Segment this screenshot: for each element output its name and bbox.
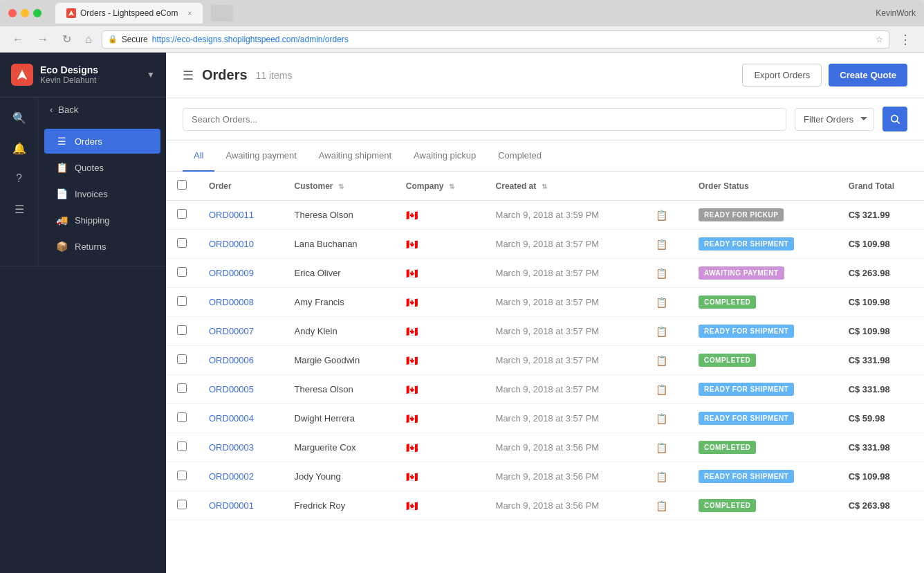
- status-badge: COMPLETED: [699, 295, 756, 309]
- search-input[interactable]: [183, 108, 786, 131]
- th-created-at[interactable]: Created at ⇅: [485, 172, 645, 201]
- tab-awaiting-pickup[interactable]: Awaiting pickup: [403, 140, 487, 172]
- tab-awaiting-payment[interactable]: Awaiting payment: [214, 140, 307, 172]
- tab-all[interactable]: All: [183, 140, 214, 172]
- tab-awaiting-shipment[interactable]: Awaiting shipment: [308, 140, 403, 172]
- order-link[interactable]: ORD00009: [209, 268, 254, 278]
- document-icon[interactable]: 📋: [656, 413, 667, 424]
- row-checkbox[interactable]: [177, 354, 187, 364]
- row-checkbox[interactable]: [177, 383, 187, 393]
- order-link[interactable]: ORD00004: [209, 413, 254, 424]
- create-quote-button[interactable]: Create Quote: [829, 64, 907, 87]
- minimize-button[interactable]: [21, 9, 29, 17]
- customer-cell: Fredrick Roy: [284, 491, 395, 520]
- order-link[interactable]: ORD00006: [209, 355, 254, 365]
- customer-cell: Lana Buchanan: [284, 230, 395, 259]
- row-checkbox[interactable]: [177, 325, 187, 335]
- maximize-button[interactable]: [33, 9, 41, 17]
- order-link[interactable]: ORD00001: [209, 500, 254, 511]
- back-button[interactable]: ←: [8, 32, 28, 47]
- brand-logo-icon: [11, 64, 33, 86]
- returns-icon: 📦: [55, 241, 68, 252]
- row-checkbox[interactable]: [177, 238, 187, 248]
- company-cell: 🇨🇦: [395, 404, 485, 433]
- status-cell: READY FOR SHIPMENT: [687, 317, 838, 346]
- browser-titlebar: Orders - Lightspeed eCom × KevinWork: [0, 0, 924, 26]
- row-checkbox[interactable]: [177, 209, 187, 219]
- bell-icon-button[interactable]: 🔔: [0, 134, 38, 163]
- doc-cell: 📋: [645, 404, 687, 433]
- table-row: ORD00007 Andy Klein 🇨🇦 March 9, 2018 at …: [166, 317, 924, 346]
- row-checkbox[interactable]: [177, 412, 187, 422]
- document-icon[interactable]: 📋: [656, 210, 667, 221]
- status-badge: READY FOR SHIPMENT: [699, 412, 794, 425]
- order-link[interactable]: ORD00011: [209, 210, 254, 220]
- browser-tab[interactable]: Orders - Lightspeed eCom ×: [55, 3, 203, 24]
- search-button[interactable]: [883, 107, 907, 131]
- document-icon[interactable]: 📋: [656, 384, 667, 395]
- company-cell: 🇨🇦: [395, 433, 485, 462]
- row-checkbox[interactable]: [177, 296, 187, 306]
- home-button[interactable]: ⌂: [81, 32, 96, 47]
- sidebar-item-invoices[interactable]: 📄 Invoices: [44, 181, 160, 206]
- select-all-checkbox[interactable]: [177, 180, 187, 190]
- grand-total-cell: C$ 59.98: [838, 404, 924, 433]
- row-checkbox[interactable]: [177, 471, 187, 480]
- document-icon[interactable]: 📋: [656, 471, 667, 482]
- sidebar: Eco Designs Kevin Delahunt ▼ 🔍 🔔 ? ☰ ‹: [0, 53, 166, 573]
- grand-total-cell: C$ 331.98: [838, 346, 924, 375]
- filter-orders-select[interactable]: Filter Orders: [795, 108, 874, 131]
- row-checkbox[interactable]: [177, 500, 187, 509]
- document-icon[interactable]: 📋: [656, 297, 667, 308]
- order-link[interactable]: ORD00007: [209, 326, 254, 336]
- status-cell: READY FOR PICKUP: [687, 201, 838, 230]
- th-company[interactable]: Company ⇅: [395, 172, 485, 201]
- sidebar-item-quotes[interactable]: 📋 Quotes: [44, 155, 160, 180]
- svg-point-0: [891, 116, 898, 122]
- table-row: ORD00004 Dwight Herrera 🇨🇦 March 9, 2018…: [166, 404, 924, 433]
- document-icon[interactable]: 📋: [656, 268, 667, 279]
- export-orders-button[interactable]: Export Orders: [742, 64, 822, 87]
- forward-button[interactable]: →: [33, 32, 53, 47]
- doc-cell: 📋: [645, 230, 687, 259]
- company-cell: 🇨🇦: [395, 317, 485, 346]
- document-icon[interactable]: 📋: [656, 500, 667, 511]
- flag-icon: 🇨🇦: [406, 210, 418, 221]
- bookmark-icon[interactable]: ☆: [876, 35, 883, 44]
- sidebar-brand[interactable]: Eco Designs Kevin Delahunt ▼: [0, 53, 166, 98]
- document-icon[interactable]: 📋: [656, 326, 667, 337]
- document-icon[interactable]: 📋: [656, 355, 667, 366]
- document-icon[interactable]: 📋: [656, 442, 667, 453]
- row-checkbox[interactable]: [177, 267, 187, 277]
- order-link[interactable]: ORD00010: [209, 239, 254, 249]
- sidebar-item-returns[interactable]: 📦 Returns: [44, 234, 160, 259]
- search-icon-button[interactable]: 🔍: [0, 103, 38, 132]
- tab-close-icon[interactable]: ×: [187, 10, 192, 17]
- customer-sort-icon: ⇅: [338, 183, 344, 190]
- order-link[interactable]: ORD00008: [209, 297, 254, 307]
- order-link[interactable]: ORD00005: [209, 384, 254, 394]
- doc-cell: 📋: [645, 433, 687, 462]
- document-icon[interactable]: 📋: [656, 239, 667, 250]
- browser-menu-button[interactable]: ⋮: [895, 30, 916, 48]
- sidebar-back[interactable]: ‹ Back: [39, 98, 166, 122]
- sidebar-item-orders[interactable]: ☰ Orders: [44, 129, 160, 154]
- address-bar[interactable]: 🔒 Secure https://eco-designs.shoplightsp…: [102, 30, 889, 48]
- help-icon-button[interactable]: ?: [0, 164, 38, 193]
- flag-icon: 🇨🇦: [406, 471, 418, 482]
- row-checkbox[interactable]: [177, 442, 187, 451]
- th-customer[interactable]: Customer ⇅: [284, 172, 395, 201]
- sidebar-chevron-icon: ▼: [147, 70, 155, 80]
- order-link[interactable]: ORD00003: [209, 442, 254, 453]
- new-tab-button[interactable]: [211, 5, 233, 21]
- close-button[interactable]: [8, 9, 17, 17]
- order-link[interactable]: ORD00002: [209, 471, 254, 482]
- refresh-button[interactable]: ↻: [58, 31, 75, 47]
- sidebar-item-shipping[interactable]: 🚚 Shipping: [44, 208, 160, 233]
- tab-completed[interactable]: Completed: [487, 140, 553, 172]
- company-cell: 🇨🇦: [395, 230, 485, 259]
- list-icon-button[interactable]: ☰: [0, 194, 38, 224]
- status-cell: READY FOR SHIPMENT: [687, 375, 838, 404]
- grand-total-cell: C$ 109.98: [838, 288, 924, 317]
- table-row: ORD00009 Erica Oliver 🇨🇦 March 9, 2018 a…: [166, 259, 924, 288]
